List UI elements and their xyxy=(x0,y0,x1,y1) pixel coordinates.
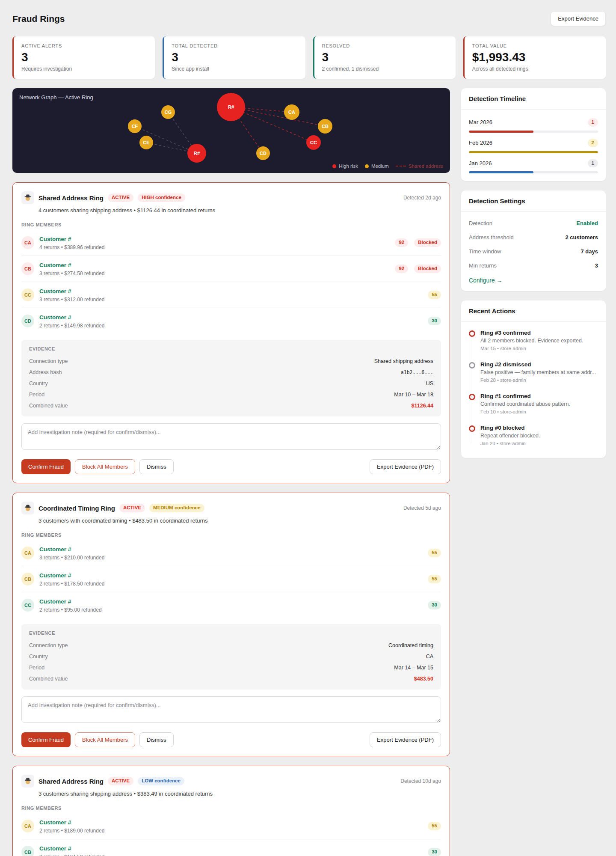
settings-row: Time window 7 days xyxy=(469,244,598,259)
export-evidence-button[interactable]: Export Evidence xyxy=(551,11,606,26)
configure-link[interactable]: Configure → xyxy=(469,277,503,284)
svg-text:R#: R# xyxy=(194,151,200,156)
member-info: Customer # 2 returns • $134.50 refunded xyxy=(39,844,104,856)
member-avatar: CD xyxy=(21,315,34,327)
settings-label: Time window xyxy=(469,248,501,255)
timeline-bar-fill xyxy=(469,171,533,173)
ring-members-label: RING MEMBERS xyxy=(21,532,441,538)
settings-row: Detection Enabled xyxy=(469,216,598,230)
settings-label: Min returns xyxy=(469,262,497,269)
recent-action-body: Ring #1 confirmed Confirmed coordinated … xyxy=(480,393,570,414)
recent-action-item: Ring #1 confirmed Confirmed coordinated … xyxy=(469,388,598,419)
member-returns-summary: 2 returns • $189.00 refunded xyxy=(39,828,104,834)
stat-label: RESOLVED xyxy=(322,43,448,48)
investigation-note-input[interactable] xyxy=(21,423,441,450)
evidence-row: Combined value $483.50 xyxy=(29,673,433,684)
member-avatar: CC xyxy=(21,599,34,612)
member-avatar: CC xyxy=(21,288,34,301)
timeline-count-badge: 1 xyxy=(588,118,598,127)
evidence-row-value: CA xyxy=(426,654,433,660)
customer-link[interactable]: Customer # xyxy=(39,314,71,321)
member-badges: 92 Blocked xyxy=(395,238,441,247)
recent-action-desc: Repeat offender blocked. xyxy=(480,433,540,439)
member-returns-summary: 2 returns • $178.50 refunded xyxy=(39,581,104,587)
legend-item: Shared address xyxy=(396,163,443,169)
confirm-fraud-button[interactable]: Confirm Fraud xyxy=(21,732,71,747)
dismiss-button[interactable]: Dismiss xyxy=(139,459,174,474)
stat-caption: Since app install xyxy=(172,66,297,72)
member-returns-summary: 2 returns • $134.50 refunded xyxy=(39,854,104,856)
risk-score-badge: 55 xyxy=(428,575,441,583)
timeline-month-label: Mar 2026 xyxy=(469,119,492,125)
evidence-row-label: Period xyxy=(29,665,44,671)
member-badges: 30 xyxy=(428,317,441,325)
svg-text:CC: CC xyxy=(310,140,317,145)
block-all-members-button[interactable]: Block All Members xyxy=(75,732,135,747)
member-badges: 30 xyxy=(428,601,441,609)
svg-text:CF: CF xyxy=(132,124,138,129)
legend-swatch-icon xyxy=(365,164,369,168)
ring-members-list: CA Customer # 4 returns • $389.96 refund… xyxy=(21,230,441,334)
svg-text:CG: CG xyxy=(165,110,172,115)
investigation-note-input[interactable] xyxy=(21,696,441,723)
recent-action-item: Ring #0 blocked Repeat offender blocked.… xyxy=(469,419,598,451)
evidence-row-label: Combined value xyxy=(29,676,68,682)
member-info: Customer # 2 returns • $149.98 refunded xyxy=(39,313,104,329)
customer-link[interactable]: Customer # xyxy=(39,236,71,242)
ring-members-list: CA Customer # 2 returns • $189.00 refund… xyxy=(21,813,441,856)
legend-label: High risk xyxy=(339,163,358,169)
ring-members-label: RING MEMBERS xyxy=(21,805,441,811)
member-returns-summary: 3 returns • $312.00 refunded xyxy=(39,297,104,303)
evidence-row: Connection type Shared shipping address xyxy=(29,356,433,367)
member-badges: 55 xyxy=(428,575,441,583)
detected-ago: Detected 5d ago xyxy=(403,505,441,511)
recent-actions-list: Ring #3 confirmed All 2 members blocked.… xyxy=(461,322,606,458)
timeline-rows: Mar 2026 1 Feb 2026 2 xyxy=(461,110,606,181)
customer-link[interactable]: Customer # xyxy=(39,598,71,605)
member-info: Customer # 3 returns • $274.50 refunded xyxy=(39,261,104,276)
ring-member-row: CC Customer # 3 returns • $312.00 refund… xyxy=(21,282,441,308)
blocked-badge: Blocked xyxy=(414,238,441,247)
svg-text:R#: R# xyxy=(228,104,234,110)
member-returns-summary: 4 returns • $389.96 refunded xyxy=(39,244,104,250)
svg-text:CB: CB xyxy=(322,124,329,129)
confidence-badge: LOW confidence xyxy=(138,777,184,785)
page-title: Fraud Rings xyxy=(12,14,65,24)
confidence-badge: HIGH confidence xyxy=(138,193,185,202)
detection-timeline-card: Detection Timeline Mar 2026 1 xyxy=(461,88,606,181)
confirm-fraud-button[interactable]: Confirm Fraud xyxy=(21,459,71,474)
dismiss-button[interactable]: Dismiss xyxy=(139,732,174,747)
recent-action-desc: Confirmed coordinated abuse pattern. xyxy=(480,401,570,407)
evidence-row-value: Coordinated timing xyxy=(388,642,433,648)
stat-value: 3 xyxy=(172,51,297,64)
customer-link[interactable]: Customer # xyxy=(39,288,71,294)
evidence-row: Combined value $1126.44 xyxy=(29,400,433,411)
member-avatar: CB xyxy=(21,573,34,586)
confidence-badge: MEDIUM confidence xyxy=(149,504,204,512)
evidence-row: Connection type Coordinated timing xyxy=(29,640,433,651)
svg-text:CA: CA xyxy=(288,110,295,115)
settings-label: Address threshold xyxy=(469,234,514,241)
evidence-row: Period Mar 14 – Mar 15 xyxy=(29,662,433,673)
evidence-row-value: $1126.44 xyxy=(412,403,433,409)
ring-subtitle: 3 customers with coordinated timing • $4… xyxy=(38,517,441,524)
block-all-members-button[interactable]: Block All Members xyxy=(75,459,135,474)
customer-link[interactable]: Customer # xyxy=(39,546,71,553)
customer-link[interactable]: Customer # xyxy=(39,262,71,268)
customer-link[interactable]: Customer # xyxy=(39,819,71,826)
customer-link[interactable]: Customer # xyxy=(39,572,71,579)
evidence-rows: Connection type Shared shipping address … xyxy=(29,356,433,411)
evidence-row-label: Connection type xyxy=(29,358,68,364)
settings-value: 7 days xyxy=(581,248,598,255)
ring-status-icon xyxy=(469,362,475,369)
settings-rows: Detection Enabled Address threshold 2 cu… xyxy=(461,212,606,291)
recent-action-meta: Feb 28 • store-admin xyxy=(480,377,596,383)
export-evidence-pdf-button[interactable]: Export Evidence (PDF) xyxy=(370,459,441,474)
export-evidence-pdf-button[interactable]: Export Evidence (PDF) xyxy=(370,732,441,747)
customer-link[interactable]: Customer # xyxy=(39,845,71,852)
timeline-month-label: Jan 2026 xyxy=(469,160,492,166)
timeline-row: Feb 2026 2 xyxy=(469,133,598,153)
legend-label: Medium xyxy=(371,163,389,169)
risk-score-badge: 30 xyxy=(428,848,441,856)
risk-score-badge: 55 xyxy=(428,822,441,830)
